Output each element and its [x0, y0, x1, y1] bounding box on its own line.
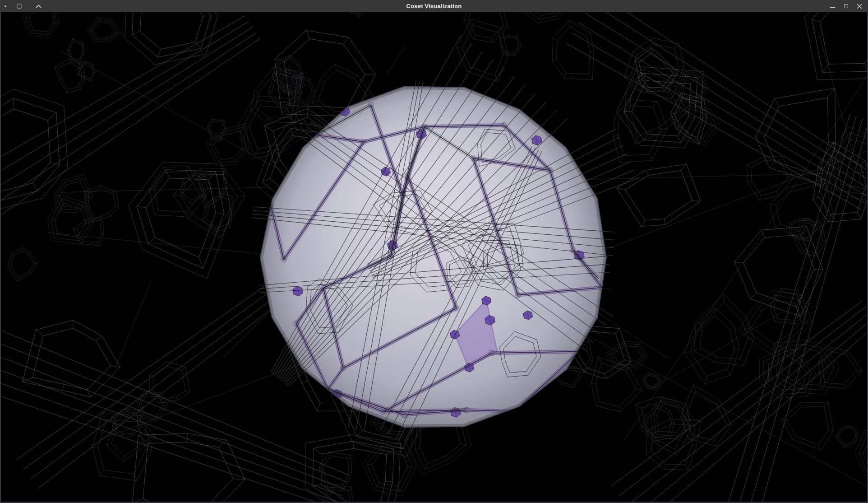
titlebar-circle-button[interactable] — [14, 1, 25, 12]
app-window: Coset Visualization — [0, 0, 868, 503]
coset-3d-viewport[interactable] — [1, 12, 867, 502]
viewport-area — [1, 12, 867, 502]
dot-icon — [5, 5, 6, 7]
chevron-up-icon — [36, 5, 42, 8]
titlebar-left-icons — [5, 0, 44, 12]
window-controls — [826, 0, 865, 12]
close-button[interactable] — [854, 1, 865, 12]
circle-icon — [17, 4, 22, 9]
titlebar-chevron-button[interactable] — [32, 1, 44, 12]
maximize-button[interactable] — [840, 1, 852, 12]
minimize-button[interactable] — [826, 1, 838, 12]
window-title: Coset Visualization — [0, 3, 868, 9]
titlebar[interactable]: Coset Visualization — [0, 0, 868, 12]
maximize-icon — [844, 4, 848, 8]
close-icon — [857, 4, 862, 9]
minimize-icon — [830, 7, 835, 8]
